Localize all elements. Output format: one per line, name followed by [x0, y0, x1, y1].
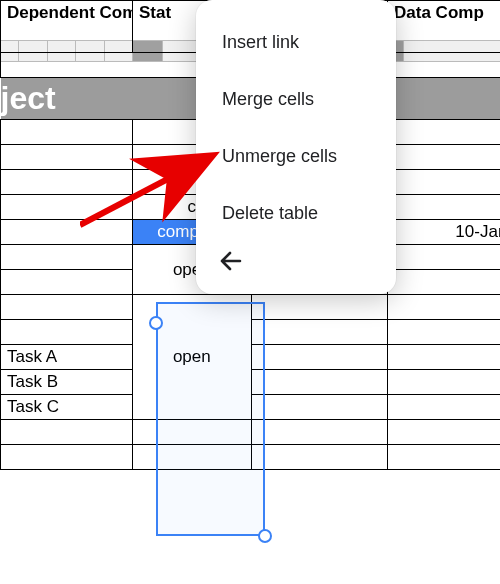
- table-cell[interactable]: [1, 120, 133, 145]
- date-cell[interactable]: 10-Jan-: [388, 220, 500, 245]
- menu-back-button[interactable]: [196, 242, 396, 280]
- menu-unmerge-cells[interactable]: Unmerge cells: [196, 128, 396, 185]
- header-deps[interactable]: Dependent Components: [1, 1, 133, 53]
- selection-handle-bottom[interactable]: [258, 529, 272, 543]
- status-cell-open[interactable]: open: [132, 295, 251, 420]
- deps-cell[interactable]: Task A: [1, 345, 133, 370]
- arrow-left-icon: [218, 250, 244, 272]
- deps-cell[interactable]: Task C: [1, 395, 133, 420]
- deps-cell[interactable]: Task B: [1, 370, 133, 395]
- banner-text: ject: [1, 80, 56, 116]
- menu-delete-table[interactable]: Delete table: [196, 185, 396, 242]
- context-menu: Insert link Merge cells Unmerge cells De…: [196, 0, 396, 294]
- menu-insert-link[interactable]: Insert link: [196, 14, 396, 71]
- table-cell[interactable]: [388, 120, 500, 145]
- menu-merge-cells[interactable]: Merge cells: [196, 71, 396, 128]
- header-comp[interactable]: Data Comp: [388, 1, 500, 53]
